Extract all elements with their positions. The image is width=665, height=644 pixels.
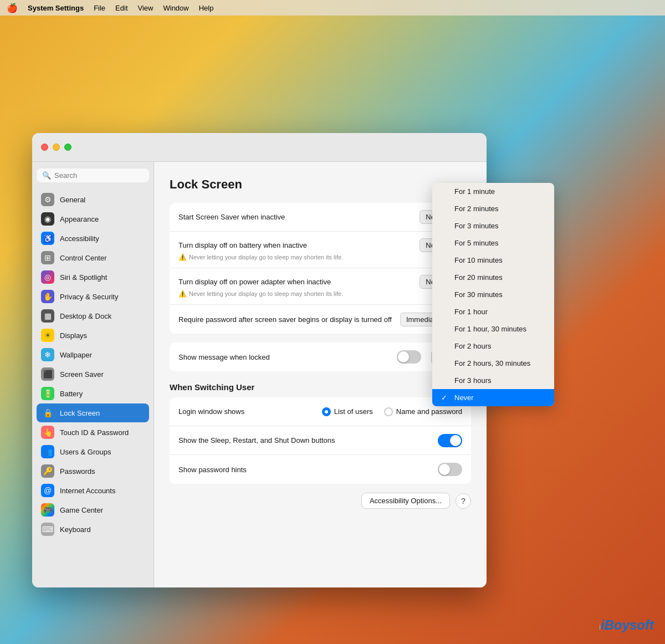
- sleep-restart-toggle[interactable]: [438, 434, 462, 447]
- page-title: Lock Screen: [170, 177, 471, 192]
- require-password-row: Require password after screen saver begi…: [170, 305, 471, 334]
- name-and-password-label: Name and password: [396, 407, 462, 416]
- show-message-toggle[interactable]: [397, 350, 421, 364]
- search-input[interactable]: [54, 171, 144, 180]
- window-content: 🔍 ⚙ General ◉ Appearance ♿ Accessibility: [32, 162, 487, 587]
- sidebar-item-wallpaper[interactable]: ❄ Wallpaper: [37, 345, 149, 364]
- dropdown-item-3min[interactable]: For 3 minutes: [432, 217, 554, 234]
- login-window-row: Login window shows List of users Name an…: [170, 397, 471, 426]
- sleep-restart-label: Show the Sleep, Restart, and Shut Down b…: [178, 436, 438, 444]
- search-box[interactable]: 🔍: [37, 168, 149, 182]
- dropdown-item-1hour[interactable]: For 1 hour: [432, 303, 554, 320]
- show-message-row: Show message when locked Set...: [170, 343, 471, 371]
- toggle-thumb: [398, 351, 409, 362]
- name-and-password-option[interactable]: Name and password: [384, 407, 462, 416]
- name-and-password-radio[interactable]: [384, 407, 393, 416]
- menubar: 🍎 System Settings File Edit View Window …: [0, 0, 665, 16]
- sidebar-label-lock-screen: Lock Screen: [60, 409, 100, 417]
- sidebar-item-keyboard[interactable]: ⌨ Keyboard: [37, 520, 149, 539]
- menubar-system-settings[interactable]: System Settings: [28, 4, 84, 12]
- dropdown-item-30min[interactable]: For 30 minutes: [432, 286, 554, 303]
- warning-adapter-icon: ⚠️: [178, 290, 187, 298]
- sidebar-item-lock-screen[interactable]: 🔒 Lock Screen: [37, 403, 149, 422]
- sidebar-label-general: General: [60, 196, 85, 204]
- menubar-view[interactable]: View: [138, 4, 154, 12]
- sidebar-item-control-center[interactable]: ⊞ Control Center: [37, 248, 149, 267]
- sidebar-item-internet-accounts[interactable]: @ Internet Accounts: [37, 481, 149, 500]
- menubar-help[interactable]: Help: [199, 4, 214, 12]
- warning-icon: ⚠️: [178, 253, 187, 261]
- accessibility-options-button[interactable]: Accessibility Options...: [361, 493, 450, 509]
- sidebar-item-displays[interactable]: ☀ Displays: [37, 326, 149, 345]
- siri-icon: ◎: [41, 270, 54, 284]
- dropdown-item-never[interactable]: ✓ Never: [432, 389, 554, 406]
- password-hints-toggle[interactable]: [438, 463, 462, 476]
- system-settings-window: 🔍 ⚙ General ◉ Appearance ♿ Accessibility: [32, 133, 487, 587]
- login-window-radio-group: List of users Name and password: [322, 407, 462, 416]
- screen-saver-inactive-row: Start Screen Saver when inactive Never ⬆…: [170, 203, 471, 232]
- display-adapter-row: Turn display off on power adapter when i…: [170, 268, 471, 305]
- accessibility-icon: ♿: [41, 232, 54, 245]
- password-hints-label: Show password hints: [178, 466, 438, 474]
- help-button[interactable]: ?: [456, 493, 471, 509]
- dropdown-item-1hour30min[interactable]: For 1 hour, 30 minutes: [432, 320, 554, 338]
- dropdown-item-2hours30min[interactable]: For 2 hours, 30 minutes: [432, 355, 554, 372]
- sidebar-label-game-center: Game Center: [60, 506, 103, 514]
- minimize-button[interactable]: [53, 144, 60, 151]
- users-groups-icon: 👥: [41, 445, 54, 458]
- privacy-icon: ✋: [41, 290, 54, 303]
- dropdown-item-2min[interactable]: For 2 minutes: [432, 200, 554, 217]
- list-of-users-radio[interactable]: [322, 407, 331, 416]
- dropdown-item-10min[interactable]: For 10 minutes: [432, 252, 554, 269]
- touch-id-icon: 👆: [41, 426, 54, 439]
- sidebar-label-privacy: Privacy & Security: [60, 293, 118, 301]
- displays-icon: ☀: [41, 329, 54, 342]
- sidebar-item-touch-id[interactable]: 👆 Touch ID & Password: [37, 423, 149, 442]
- sleep-restart-toggle-thumb: [450, 435, 461, 446]
- menubar-edit[interactable]: Edit: [115, 4, 127, 12]
- dropdown-item-1min[interactable]: For 1 minute: [432, 183, 554, 200]
- apple-menu[interactable]: 🍎: [7, 3, 18, 13]
- sidebar-item-game-center[interactable]: 🎮 Game Center: [37, 500, 149, 519]
- sidebar-item-users-groups[interactable]: 👥 Users & Groups: [37, 442, 149, 461]
- lock-screen-icon: 🔒: [41, 406, 54, 420]
- login-window-label: Login window shows: [178, 407, 322, 416]
- display-adapter-label: Turn display off on power adapter when i…: [178, 278, 420, 286]
- check-never: ✓: [441, 393, 450, 402]
- sidebar-item-desktop-dock[interactable]: ▦ Desktop & Dock: [37, 306, 149, 325]
- show-message-section: Show message when locked Set...: [170, 343, 471, 371]
- display-battery-row: Turn display off on battery when inactiv…: [170, 232, 471, 268]
- sidebar-item-appearance[interactable]: ◉ Appearance: [37, 209, 149, 228]
- sidebar-item-screen-saver[interactable]: ⬛ Screen Saver: [37, 365, 149, 384]
- sidebar-item-privacy-security[interactable]: ✋ Privacy & Security: [37, 287, 149, 306]
- desktop-icon: ▦: [41, 309, 54, 323]
- switching-user-header: When Switching User: [170, 382, 471, 392]
- dropdown-item-20min[interactable]: For 20 minutes: [432, 269, 554, 286]
- sidebar-item-siri-spotlight[interactable]: ◎ Siri & Spotlight: [37, 268, 149, 287]
- close-button[interactable]: [41, 144, 48, 151]
- menubar-file[interactable]: File: [94, 4, 105, 12]
- dropdown-item-5min[interactable]: For 5 minutes: [432, 234, 554, 252]
- appearance-icon: ◉: [41, 212, 54, 226]
- menubar-window[interactable]: Window: [163, 4, 188, 12]
- dropdown-item-3hours[interactable]: For 3 hours: [432, 372, 554, 389]
- sidebar-label-appearance: Appearance: [60, 215, 99, 223]
- dropdown-item-2hours[interactable]: For 2 hours: [432, 338, 554, 355]
- sidebar-item-passwords[interactable]: 🔑 Passwords: [37, 462, 149, 481]
- sidebar-label-siri: Siri & Spotlight: [60, 273, 107, 282]
- watermark: iiBoysoft: [599, 617, 654, 633]
- sidebar-label-keyboard: Keyboard: [60, 525, 91, 534]
- sidebar-item-battery[interactable]: 🔋 Battery: [37, 384, 149, 403]
- maximize-button[interactable]: [64, 144, 71, 151]
- sidebar-label-touch-id: Touch ID & Password: [60, 428, 129, 437]
- list-of-users-option[interactable]: List of users: [322, 407, 373, 416]
- sidebar-label-passwords: Passwords: [60, 467, 95, 476]
- sidebar-label-wallpaper: Wallpaper: [60, 351, 92, 359]
- sidebar-item-accessibility[interactable]: ♿ Accessibility: [37, 229, 149, 248]
- screen-saver-icon: ⬛: [41, 367, 54, 381]
- sidebar-label-accessibility: Accessibility: [60, 234, 99, 243]
- sidebar-label-battery: Battery: [60, 390, 83, 398]
- sidebar-item-general[interactable]: ⚙ General: [37, 190, 149, 209]
- sidebar-label-users-groups: Users & Groups: [60, 448, 111, 456]
- keyboard-icon: ⌨: [41, 523, 54, 536]
